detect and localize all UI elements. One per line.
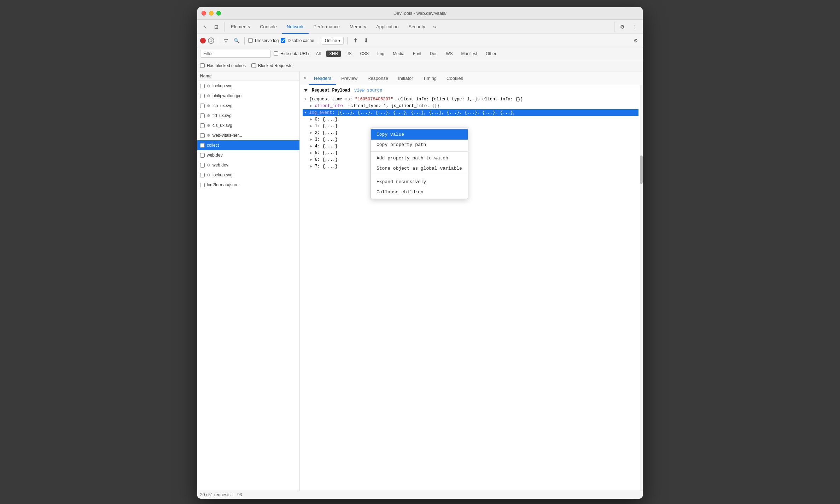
json-item-6[interactable]: ▶ 6: {,...} bbox=[310, 156, 638, 163]
filter-type-font[interactable]: Font bbox=[410, 51, 424, 57]
tab-cookies[interactable]: Cookies bbox=[442, 71, 468, 85]
json-item-3[interactable]: ▶ 3: {,...} bbox=[310, 136, 638, 143]
list-item[interactable]: web.dev bbox=[197, 150, 299, 160]
list-item[interactable]: web-vitals-her... bbox=[197, 130, 299, 140]
tab-initiator[interactable]: Initiator bbox=[393, 71, 418, 85]
preserve-log-label: Preserve log bbox=[255, 38, 279, 43]
file-list-header: Name bbox=[197, 71, 299, 81]
scrollbar-thumb[interactable] bbox=[640, 156, 643, 184]
tab-network[interactable]: Network bbox=[282, 20, 309, 34]
more-tabs-icon[interactable]: » bbox=[430, 24, 439, 30]
blocked-requests-text: Blocked Requests bbox=[258, 63, 292, 68]
file-checkbox[interactable] bbox=[200, 173, 205, 177]
json-log-event-line[interactable]: ▾ log_event: [{...}, {...}, {...}, {...}… bbox=[303, 109, 638, 116]
list-item[interactable]: lcp_ux.svg bbox=[197, 101, 299, 111]
json-root-line[interactable]: ▾ {request_time_ms: "1605078406207", cli… bbox=[304, 96, 638, 102]
layers-icon[interactable]: ⊡ bbox=[211, 22, 221, 32]
cursor-icon[interactable]: ↖ bbox=[200, 22, 210, 32]
file-checkbox[interactable] bbox=[200, 183, 205, 187]
blocked-requests-checkbox[interactable] bbox=[251, 63, 256, 68]
json-item-4[interactable]: ▶ 4: {,...} bbox=[310, 143, 638, 150]
filter-type-xhr[interactable]: XHR bbox=[326, 51, 341, 57]
preserve-log-checkbox[interactable] bbox=[248, 38, 253, 43]
filter-type-doc[interactable]: Doc bbox=[427, 51, 440, 57]
search-icon[interactable]: 🔍 bbox=[232, 36, 241, 45]
tab-preview[interactable]: Preview bbox=[336, 71, 362, 85]
list-item[interactable]: log?format=json... bbox=[197, 180, 299, 190]
network-settings-icon[interactable]: ⚙ bbox=[631, 36, 640, 45]
disable-cache-checkbox[interactable] bbox=[281, 38, 285, 43]
list-item[interactable]: web.dev bbox=[197, 160, 299, 170]
divider-4 bbox=[347, 37, 348, 45]
context-menu-collapse[interactable]: Collapse children bbox=[371, 187, 468, 197]
context-menu-copy-path[interactable]: Copy property path bbox=[371, 140, 468, 150]
maximize-button[interactable] bbox=[216, 11, 221, 16]
file-checkbox[interactable] bbox=[200, 133, 205, 138]
blocked-cookies-label[interactable]: Has blocked cookies bbox=[200, 63, 246, 68]
more-options-icon[interactable]: ⋮ bbox=[630, 22, 640, 32]
json-item-7[interactable]: ▶ 7: {,...} bbox=[310, 163, 638, 170]
blocked-requests-label[interactable]: Blocked Requests bbox=[251, 63, 292, 68]
hide-data-urls-checkbox[interactable] bbox=[274, 51, 278, 56]
filter-type-ws[interactable]: WS bbox=[443, 51, 455, 57]
file-checkbox[interactable] bbox=[200, 113, 205, 118]
upload-icon[interactable]: ⬆ bbox=[351, 36, 360, 45]
hide-data-urls-label[interactable]: Hide data URLs bbox=[274, 51, 310, 56]
list-item[interactable]: philipwalton.jpg bbox=[197, 91, 299, 101]
filter-icon[interactable]: ▽ bbox=[222, 36, 230, 45]
settings-icon[interactable]: ⚙ bbox=[617, 22, 627, 32]
file-name: cls_ux.svg bbox=[212, 123, 297, 128]
file-checkbox[interactable] bbox=[200, 84, 205, 88]
record-button[interactable] bbox=[200, 38, 206, 43]
minimize-button[interactable] bbox=[209, 11, 214, 16]
tab-headers[interactable]: Headers bbox=[309, 71, 336, 85]
filter-type-css[interactable]: CSS bbox=[357, 51, 372, 57]
tab-response[interactable]: Response bbox=[362, 71, 393, 85]
disable-cache-checkbox-label[interactable]: Disable cache bbox=[281, 38, 314, 43]
clear-button[interactable]: ⊘ bbox=[208, 37, 214, 44]
json-client-info-line[interactable]: ▶ client_info: {client_type: 1, js_clien… bbox=[310, 102, 638, 109]
tab-memory[interactable]: Memory bbox=[345, 20, 371, 34]
tab-security[interactable]: Security bbox=[404, 20, 430, 34]
close-button[interactable] bbox=[202, 11, 206, 16]
list-item[interactable]: fid_ux.svg bbox=[197, 111, 299, 121]
context-menu-separator-1 bbox=[371, 151, 468, 152]
filter-row: Hide data URLs All XHR JS CSS Img Media … bbox=[197, 47, 643, 60]
tab-performance[interactable]: Performance bbox=[309, 20, 345, 34]
json-item-0[interactable]: ▶ 0: {,...} bbox=[310, 116, 638, 123]
preserve-log-checkbox-label[interactable]: Preserve log bbox=[248, 38, 279, 43]
blocked-cookies-checkbox[interactable] bbox=[200, 63, 205, 68]
file-checkbox[interactable] bbox=[200, 163, 205, 168]
filter-type-media[interactable]: Media bbox=[390, 51, 407, 57]
online-dropdown[interactable]: Online ▾ bbox=[322, 37, 344, 45]
close-panel-button[interactable]: × bbox=[301, 71, 309, 85]
filter-type-img[interactable]: Img bbox=[374, 51, 387, 57]
list-item[interactable]: lockup.svg bbox=[197, 170, 299, 180]
file-checkbox[interactable] bbox=[200, 94, 205, 98]
context-menu-add-watch[interactable]: Add property path to watch bbox=[371, 153, 468, 163]
tab-timing[interactable]: Timing bbox=[418, 71, 442, 85]
file-checkbox[interactable] bbox=[200, 123, 205, 128]
file-checkbox[interactable] bbox=[200, 153, 205, 158]
tab-console[interactable]: Console bbox=[255, 20, 282, 34]
download-icon[interactable]: ⬇ bbox=[362, 36, 370, 45]
json-item-2[interactable]: ▶ 2: {,...} bbox=[310, 129, 638, 136]
file-checkbox[interactable] bbox=[200, 104, 205, 108]
tab-application[interactable]: Application bbox=[371, 20, 404, 34]
file-checkbox[interactable] bbox=[200, 143, 205, 148]
list-item[interactable]: cls_ux.svg bbox=[197, 121, 299, 130]
filter-type-manifest[interactable]: Manifest bbox=[459, 51, 480, 57]
filter-type-all[interactable]: All bbox=[313, 51, 323, 57]
tab-elements[interactable]: Elements bbox=[226, 20, 255, 34]
context-menu-expand[interactable]: Expand recursively bbox=[371, 177, 468, 187]
filter-input[interactable] bbox=[200, 50, 271, 58]
view-source-link[interactable]: view source bbox=[354, 88, 382, 93]
context-menu-global-var[interactable]: Store object as global variable bbox=[371, 163, 468, 174]
json-item-1[interactable]: ▶ 1: {,...} bbox=[310, 123, 638, 129]
filter-type-js[interactable]: JS bbox=[344, 51, 354, 57]
filter-type-other[interactable]: Other bbox=[483, 51, 499, 57]
json-item-5[interactable]: ▶ 5: {,...} bbox=[310, 150, 638, 156]
list-item[interactable]: collect bbox=[197, 140, 299, 150]
list-item[interactable]: lockup.svg bbox=[197, 81, 299, 91]
context-menu-copy-value[interactable]: Copy value bbox=[371, 129, 468, 140]
